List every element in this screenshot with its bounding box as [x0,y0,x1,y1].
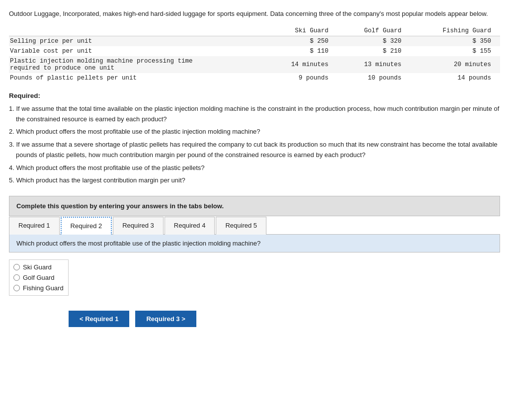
row-val-pellets-golf: 10 pounds [338,73,411,83]
intro-text: Outdoor Luggage, Incorporated, makes hig… [9,9,500,19]
table-row: Plastic injection molding machine proces… [9,56,500,73]
radio-input-fishing[interactable] [13,285,20,291]
row-val-selling-fishing: $ 350 [411,36,500,46]
btn-prev[interactable]: < Required 1 [69,311,129,327]
required-heading: Required: [9,92,500,99]
tab-required-3[interactable]: Required 3 [113,217,164,235]
question-4: 4. Which product offers the most profita… [9,163,500,173]
tab-required-1[interactable]: Required 1 [9,217,60,235]
col-fishing-guard: Fishing Guard [411,26,500,36]
row-val-variable-ski: $ 110 [264,46,338,56]
row-val-machine-fishing: 20 minutes [411,56,500,73]
row-label-pellets: Pounds of plastic pellets per unit [9,73,264,83]
row-label-selling: Selling price per unit [9,36,264,46]
col-ski-guard: Ski Guard [264,26,338,36]
table-label-header [9,26,264,36]
radio-input-ski[interactable] [13,264,20,270]
row-val-selling-golf: $ 320 [338,36,411,46]
complete-box: Complete this question by entering your … [9,196,500,216]
radio-option-fishing[interactable]: Fishing Guard [13,283,64,293]
nav-buttons: < Required 1 Required 3 > [69,311,500,327]
table-row: Selling price per unit $ 250 $ 320 $ 350 [9,36,500,46]
row-label-plastic-machine: Plastic injection molding machine proces… [9,56,264,73]
data-table: Ski Guard Golf Guard Fishing Guard Selli… [9,26,500,83]
row-label-variable: Variable cost per unit [9,46,264,56]
question-1: 1. If we assume that the total time avai… [9,103,500,125]
tab-required-2[interactable]: Required 2 [61,217,112,235]
row-val-selling-ski: $ 250 [264,36,338,46]
radio-input-golf[interactable] [13,274,20,281]
btn-next[interactable]: Required 3 > [135,311,196,327]
row-val-variable-golf: $ 210 [338,46,411,56]
col-golf-guard: Golf Guard [338,26,411,36]
radio-option-golf[interactable]: Golf Guard [13,272,64,283]
question-5: 5. Which product has the largest contrib… [9,175,500,185]
table-row: Pounds of plastic pellets per unit 9 pou… [9,73,500,83]
row-val-pellets-fishing: 14 pounds [411,73,500,83]
radio-options: Ski Guard Golf Guard Fishing Guard [9,259,69,296]
tab-required-5[interactable]: Required 5 [216,217,266,235]
tab-required-4[interactable]: Required 4 [165,217,215,235]
row-val-pellets-ski: 9 pounds [264,73,338,83]
row-val-machine-golf: 13 minutes [338,56,411,73]
row-val-machine-ski: 14 minutes [264,56,338,73]
radio-option-ski[interactable]: Ski Guard [13,262,64,272]
row-val-variable-fishing: $ 155 [411,46,500,56]
table-row: Variable cost per unit $ 110 $ 210 $ 155 [9,46,500,56]
question-2: 2. Which product offers the most profita… [9,126,500,137]
question-3: 3. If we assume that a severe shortage o… [9,139,500,161]
questions-list: 1. If we assume that the total time avai… [9,103,500,186]
tabs-container: Required 1 Required 2 Required 3 Require… [9,216,500,235]
question-area: Which product offers the most profitable… [9,235,500,252]
